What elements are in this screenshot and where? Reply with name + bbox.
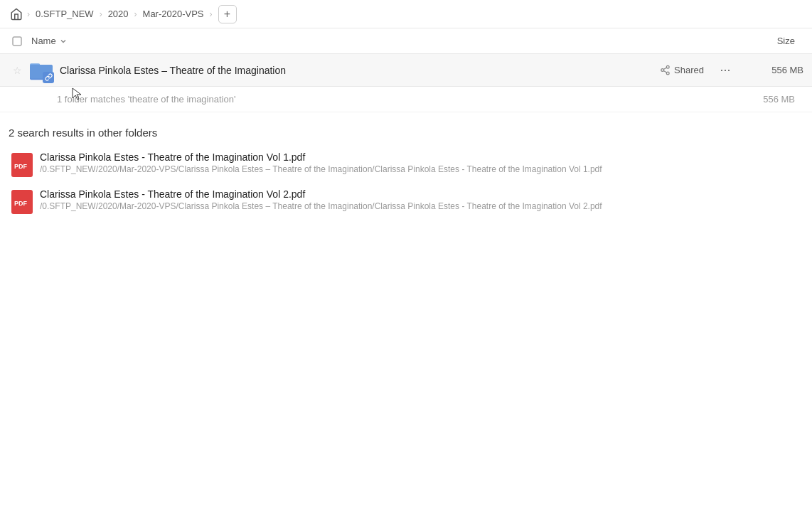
breadcrumb-sep-1: ›: [27, 9, 30, 19]
result-text-1: Clarissa Pinkola Estes - Theatre of the …: [40, 151, 602, 174]
other-folders-header: 2 search results in other folders: [0, 112, 812, 146]
column-headers: Name Size: [0, 28, 812, 54]
pdf-icon-2: PDF: [11, 190, 33, 214]
result-text-2: Clarissa Pinkola Estes - Theatre of the …: [40, 188, 602, 211]
result-path-1: /0.SFTP_NEW/2020/Mar-2020-VPS/Clarissa P…: [40, 164, 602, 174]
svg-point-5: [661, 69, 664, 72]
breadcrumb-sep-4: ›: [210, 9, 213, 19]
breadcrumb-item-sftp[interactable]: 0.SFTP_NEW: [33, 7, 97, 21]
result-filename-2: Clarissa Pinkola Estes - Theatre of the …: [40, 188, 602, 200]
share-icon: [660, 65, 671, 75]
breadcrumb: › 0.SFTP_NEW › 2020 › Mar-2020-VPS › +: [0, 0, 812, 28]
link-overlay-icon: [43, 72, 54, 83]
svg-line-8: [663, 68, 666, 69]
pdf-icon-1: PDF: [11, 153, 33, 177]
search-result-item-2[interactable]: PDF Clarissa Pinkola Estes - Theatre of …: [3, 183, 809, 220]
svg-text:PDF: PDF: [14, 163, 28, 170]
add-breadcrumb-button[interactable]: +: [218, 5, 237, 23]
result-filename-1: Clarissa Pinkola Estes - Theatre of the …: [40, 151, 602, 163]
select-all-checkbox[interactable]: [9, 33, 26, 50]
breadcrumb-item-mar[interactable]: Mar-2020-VPS: [140, 7, 207, 21]
svg-point-6: [666, 72, 669, 75]
svg-rect-0: [13, 37, 21, 46]
shared-label: Shared: [674, 65, 704, 75]
result-path-2: /0.SFTP_NEW/2020/Mar-2020-VPS/Clarissa P…: [40, 201, 602, 211]
folder-name: Clarissa Pinkola Estes – Theatre of the …: [60, 65, 660, 76]
svg-point-4: [666, 65, 669, 68]
shared-badge[interactable]: Shared: [660, 65, 704, 75]
match-size: 556 MB: [763, 94, 795, 105]
folder-size: 556 MB: [747, 65, 803, 75]
home-icon[interactable]: [9, 6, 24, 22]
svg-line-7: [663, 70, 666, 72]
match-count-text: 1 folder matches 'theatre of the imagina…: [57, 94, 235, 105]
breadcrumb-item-2020[interactable]: 2020: [105, 7, 132, 21]
folder-icon-wrapper: [28, 58, 54, 83]
star-icon[interactable]: ☆: [9, 62, 26, 79]
match-count-row: 1 folder matches 'theatre of the imagina…: [0, 87, 812, 112]
breadcrumb-sep-3: ›: [134, 9, 137, 19]
name-column-header[interactable]: Name: [31, 36, 738, 46]
size-column-header: Size: [738, 36, 795, 46]
folder-row[interactable]: ☆ Clarissa Pinkola Estes – Theatre of th…: [0, 54, 812, 87]
breadcrumb-sep-2: ›: [100, 9, 102, 19]
svg-text:PDF: PDF: [14, 200, 28, 207]
search-result-item-1[interactable]: PDF Clarissa Pinkola Estes - Theatre of …: [3, 146, 809, 183]
more-options-button[interactable]: ···: [715, 60, 735, 80]
